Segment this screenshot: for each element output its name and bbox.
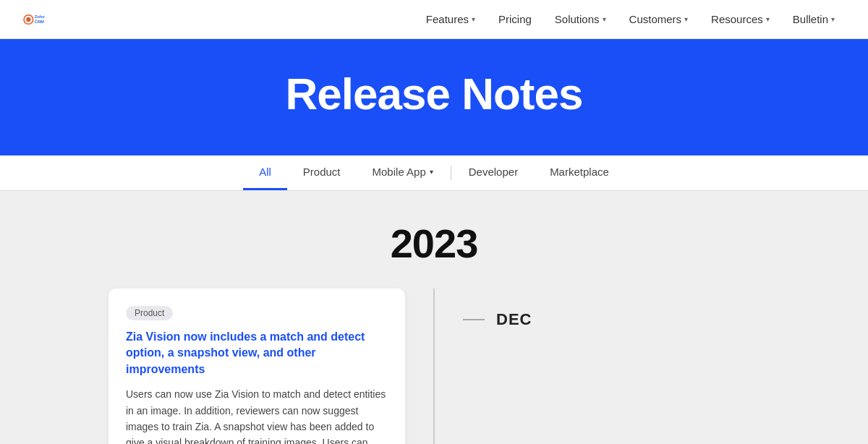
logo[interactable]: Zoho CRM [23,4,54,35]
release-card: Product Zia Vision now includes a match … [109,289,405,444]
tab-product[interactable]: Product [287,155,357,190]
chevron-down-icon: ▾ [430,168,433,176]
nav-item-features[interactable]: Features ▾ [416,9,485,30]
timeline-right-col: DEC [434,289,760,444]
month-line [463,319,485,320]
svg-point-1 [26,17,30,21]
chevron-down-icon: ▾ [766,15,770,23]
timeline-wrapper: Product Zia Vision now includes a match … [14,289,854,444]
svg-text:Zoho: Zoho [35,14,46,18]
chevron-down-icon: ▾ [472,15,475,23]
chevron-down-icon: ▾ [831,15,835,23]
timeline-content: Product Zia Vision now includes a match … [109,289,760,444]
card-body: Users can now use Zia Vision to match an… [126,386,388,444]
nav-item-resources[interactable]: Resources ▾ [701,9,780,30]
tab-mobile-app[interactable]: Mobile App ▾ [357,155,449,190]
timeline-left-col: Product Zia Vision now includes a match … [109,289,434,444]
chevron-down-icon: ▾ [603,15,606,23]
tag-badge: Product [126,306,173,320]
year-heading: 2023 [14,220,854,267]
page-title: Release Notes [286,68,583,119]
month-label: DEC [463,296,760,329]
svg-text:CRM: CRM [35,20,44,24]
tab-marketplace[interactable]: Marketplace [534,155,625,190]
tab-all[interactable]: All [243,155,287,190]
tab-divider [451,166,451,180]
nav-item-bulletin[interactable]: Bulletin ▾ [783,9,845,30]
month-text: DEC [496,310,532,329]
hero-section: Release Notes [0,39,868,155]
navbar: Zoho CRM Features ▾ Pricing Solutions ▾ … [0,0,868,39]
nav-item-pricing[interactable]: Pricing [488,9,542,30]
nav-item-solutions[interactable]: Solutions ▾ [545,9,616,30]
chevron-down-icon: ▾ [684,15,688,23]
tab-developer[interactable]: Developer [453,155,534,190]
nav-links: Features ▾ Pricing Solutions ▾ Customers… [416,9,845,30]
nav-item-customers[interactable]: Customers ▾ [619,9,699,30]
tabs-bar: All Product Mobile App ▾ Developer Marke… [0,155,868,191]
content-area: 2023 Product Zia Vision now includes a m… [0,191,868,444]
card-title[interactable]: Zia Vision now includes a match and dete… [126,329,388,377]
